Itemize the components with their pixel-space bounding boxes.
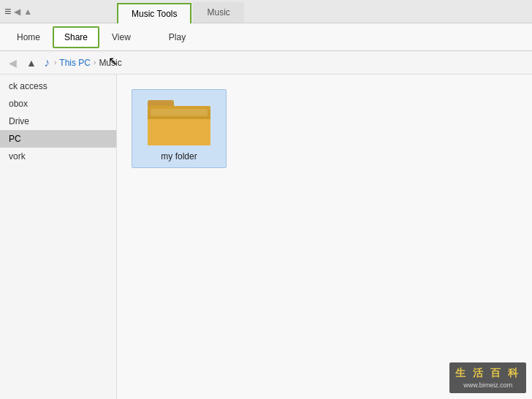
breadcrumb-this-pc[interactable]: This PC	[59, 58, 91, 68]
play-button[interactable]: Play	[158, 26, 197, 48]
watermark: 生 活 百 科 www.bimeiz.com	[449, 362, 526, 394]
sidebar-item-this-pc[interactable]: PC	[0, 130, 116, 148]
content-area: my folder 生 活 百 科 www.bimeiz.com	[117, 75, 532, 399]
ribbon: Home Share View Play	[0, 23, 532, 51]
sidebar-item-dropbox[interactable]: obox	[0, 95, 116, 113]
sidebar-item-drive[interactable]: Drive	[0, 113, 116, 130]
back-nav-button[interactable]: ◀	[4, 55, 20, 71]
watermark-title: 生 活 百 科	[455, 365, 520, 381]
svg-rect-4	[151, 109, 208, 116]
folder-name: my folder	[161, 151, 197, 162]
sidebar-item-quick-access[interactable]: ck access	[0, 77, 116, 95]
folder-svg	[146, 96, 212, 148]
home-button[interactable]: Home	[6, 26, 51, 48]
folder-grid: my folder	[126, 83, 523, 174]
music-folder-icon: ♪	[44, 56, 50, 69]
tab-music-tools-label: Music Tools	[132, 9, 177, 19]
breadcrumb-sep-1: ›	[94, 58, 96, 66]
address-bar: ◀ ▲ ♪ › This PC › Music	[0, 51, 532, 75]
tab-music[interactable]: Music	[193, 2, 243, 23]
up-icon[interactable]: ▲	[23, 7, 32, 17]
title-bar-left: ≡ ◀ ▲	[0, 5, 117, 18]
watermark-subtitle: www.bimeiz.com	[455, 381, 520, 391]
breadcrumb-sep-0: ›	[54, 58, 56, 66]
tab-music-label: Music	[207, 7, 229, 18]
breadcrumb: › This PC › Music	[54, 58, 122, 68]
share-button[interactable]: Share	[53, 26, 99, 48]
tab-music-tools[interactable]: Music Tools	[117, 3, 191, 23]
svg-rect-3	[148, 119, 210, 145]
quick-access-icon: ≡	[4, 5, 11, 18]
folder-icon	[146, 96, 212, 148]
sidebar-item-network[interactable]: vork	[0, 148, 116, 165]
folder-item-my-folder[interactable]: my folder	[132, 89, 227, 168]
title-bar-tabs: Music Tools Music	[117, 0, 532, 23]
title-bar: ≡ ◀ ▲ Music Tools Music	[0, 0, 532, 23]
main-layout: ck access obox Drive PC vork	[0, 75, 532, 399]
view-button[interactable]: View	[101, 26, 142, 48]
breadcrumb-music: Music	[99, 58, 121, 68]
back-icon[interactable]: ◀	[14, 7, 20, 17]
up-nav-button[interactable]: ▲	[23, 55, 39, 71]
sidebar: ck access obox Drive PC vork	[0, 75, 117, 399]
